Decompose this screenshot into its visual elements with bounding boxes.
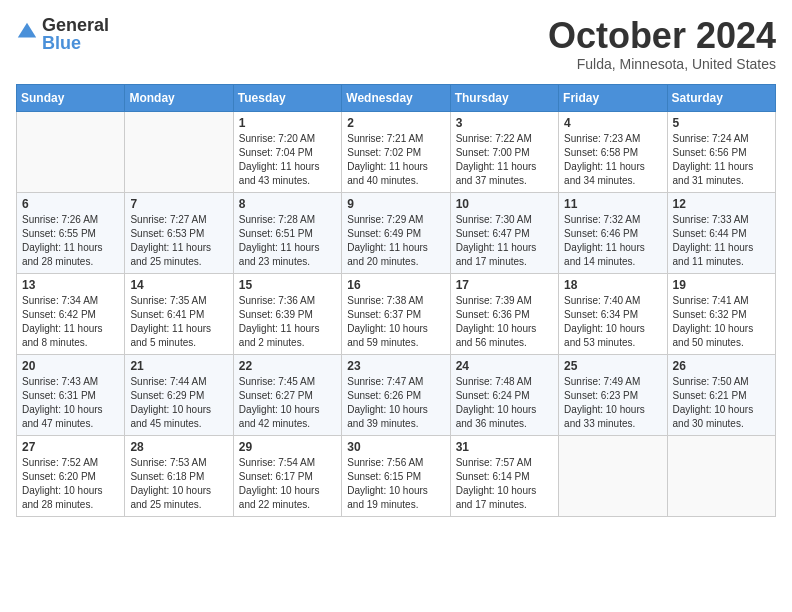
calendar-cell: 23Sunrise: 7:47 AMSunset: 6:26 PMDayligh… (342, 354, 450, 435)
day-info: Sunrise: 7:22 AMSunset: 7:00 PMDaylight:… (456, 132, 553, 188)
day-number: 7 (130, 197, 227, 211)
day-number: 26 (673, 359, 770, 373)
day-number: 14 (130, 278, 227, 292)
day-info: Sunrise: 7:21 AMSunset: 7:02 PMDaylight:… (347, 132, 444, 188)
calendar-cell: 16Sunrise: 7:38 AMSunset: 6:37 PMDayligh… (342, 273, 450, 354)
day-info: Sunrise: 7:49 AMSunset: 6:23 PMDaylight:… (564, 375, 661, 431)
calendar-week-row: 6Sunrise: 7:26 AMSunset: 6:55 PMDaylight… (17, 192, 776, 273)
calendar-table: SundayMondayTuesdayWednesdayThursdayFrid… (16, 84, 776, 517)
day-number: 23 (347, 359, 444, 373)
day-number: 21 (130, 359, 227, 373)
day-info: Sunrise: 7:44 AMSunset: 6:29 PMDaylight:… (130, 375, 227, 431)
day-number: 25 (564, 359, 661, 373)
day-info: Sunrise: 7:53 AMSunset: 6:18 PMDaylight:… (130, 456, 227, 512)
day-number: 6 (22, 197, 119, 211)
calendar-cell: 9Sunrise: 7:29 AMSunset: 6:49 PMDaylight… (342, 192, 450, 273)
day-header-wednesday: Wednesday (342, 84, 450, 111)
day-info: Sunrise: 7:35 AMSunset: 6:41 PMDaylight:… (130, 294, 227, 350)
calendar-cell: 29Sunrise: 7:54 AMSunset: 6:17 PMDayligh… (233, 435, 341, 516)
day-info: Sunrise: 7:32 AMSunset: 6:46 PMDaylight:… (564, 213, 661, 269)
title-block: October 2024 Fulda, Minnesota, United St… (548, 16, 776, 72)
calendar-cell: 30Sunrise: 7:56 AMSunset: 6:15 PMDayligh… (342, 435, 450, 516)
day-number: 30 (347, 440, 444, 454)
calendar-header-row: SundayMondayTuesdayWednesdayThursdayFrid… (17, 84, 776, 111)
day-header-monday: Monday (125, 84, 233, 111)
day-number: 1 (239, 116, 336, 130)
day-info: Sunrise: 7:33 AMSunset: 6:44 PMDaylight:… (673, 213, 770, 269)
day-number: 17 (456, 278, 553, 292)
calendar-cell: 1Sunrise: 7:20 AMSunset: 7:04 PMDaylight… (233, 111, 341, 192)
day-number: 29 (239, 440, 336, 454)
day-header-sunday: Sunday (17, 84, 125, 111)
day-number: 28 (130, 440, 227, 454)
day-info: Sunrise: 7:20 AMSunset: 7:04 PMDaylight:… (239, 132, 336, 188)
calendar-cell: 21Sunrise: 7:44 AMSunset: 6:29 PMDayligh… (125, 354, 233, 435)
day-info: Sunrise: 7:54 AMSunset: 6:17 PMDaylight:… (239, 456, 336, 512)
day-info: Sunrise: 7:45 AMSunset: 6:27 PMDaylight:… (239, 375, 336, 431)
calendar-cell: 19Sunrise: 7:41 AMSunset: 6:32 PMDayligh… (667, 273, 775, 354)
day-info: Sunrise: 7:48 AMSunset: 6:24 PMDaylight:… (456, 375, 553, 431)
day-number: 10 (456, 197, 553, 211)
calendar-week-row: 13Sunrise: 7:34 AMSunset: 6:42 PMDayligh… (17, 273, 776, 354)
calendar-cell: 12Sunrise: 7:33 AMSunset: 6:44 PMDayligh… (667, 192, 775, 273)
day-info: Sunrise: 7:47 AMSunset: 6:26 PMDaylight:… (347, 375, 444, 431)
day-number: 22 (239, 359, 336, 373)
calendar-cell: 17Sunrise: 7:39 AMSunset: 6:36 PMDayligh… (450, 273, 558, 354)
calendar-week-row: 20Sunrise: 7:43 AMSunset: 6:31 PMDayligh… (17, 354, 776, 435)
calendar-cell: 7Sunrise: 7:27 AMSunset: 6:53 PMDaylight… (125, 192, 233, 273)
calendar-cell: 22Sunrise: 7:45 AMSunset: 6:27 PMDayligh… (233, 354, 341, 435)
calendar-cell: 15Sunrise: 7:36 AMSunset: 6:39 PMDayligh… (233, 273, 341, 354)
calendar-cell: 5Sunrise: 7:24 AMSunset: 6:56 PMDaylight… (667, 111, 775, 192)
day-number: 18 (564, 278, 661, 292)
calendar-cell: 20Sunrise: 7:43 AMSunset: 6:31 PMDayligh… (17, 354, 125, 435)
day-number: 13 (22, 278, 119, 292)
day-header-friday: Friday (559, 84, 667, 111)
calendar-cell: 10Sunrise: 7:30 AMSunset: 6:47 PMDayligh… (450, 192, 558, 273)
logo-blue-text: Blue (42, 34, 109, 52)
day-number: 12 (673, 197, 770, 211)
calendar-cell: 2Sunrise: 7:21 AMSunset: 7:02 PMDaylight… (342, 111, 450, 192)
logo: General Blue (16, 16, 109, 52)
day-info: Sunrise: 7:40 AMSunset: 6:34 PMDaylight:… (564, 294, 661, 350)
day-info: Sunrise: 7:52 AMSunset: 6:20 PMDaylight:… (22, 456, 119, 512)
day-info: Sunrise: 7:27 AMSunset: 6:53 PMDaylight:… (130, 213, 227, 269)
day-info: Sunrise: 7:30 AMSunset: 6:47 PMDaylight:… (456, 213, 553, 269)
svg-marker-0 (18, 23, 36, 38)
day-header-tuesday: Tuesday (233, 84, 341, 111)
day-number: 16 (347, 278, 444, 292)
calendar-cell: 24Sunrise: 7:48 AMSunset: 6:24 PMDayligh… (450, 354, 558, 435)
day-number: 5 (673, 116, 770, 130)
day-info: Sunrise: 7:50 AMSunset: 6:21 PMDaylight:… (673, 375, 770, 431)
day-info: Sunrise: 7:29 AMSunset: 6:49 PMDaylight:… (347, 213, 444, 269)
day-number: 3 (456, 116, 553, 130)
day-number: 8 (239, 197, 336, 211)
day-info: Sunrise: 7:23 AMSunset: 6:58 PMDaylight:… (564, 132, 661, 188)
day-info: Sunrise: 7:38 AMSunset: 6:37 PMDaylight:… (347, 294, 444, 350)
day-header-saturday: Saturday (667, 84, 775, 111)
day-number: 24 (456, 359, 553, 373)
calendar-cell (17, 111, 125, 192)
day-info: Sunrise: 7:36 AMSunset: 6:39 PMDaylight:… (239, 294, 336, 350)
day-number: 11 (564, 197, 661, 211)
calendar-cell: 27Sunrise: 7:52 AMSunset: 6:20 PMDayligh… (17, 435, 125, 516)
calendar-week-row: 1Sunrise: 7:20 AMSunset: 7:04 PMDaylight… (17, 111, 776, 192)
day-info: Sunrise: 7:56 AMSunset: 6:15 PMDaylight:… (347, 456, 444, 512)
day-header-thursday: Thursday (450, 84, 558, 111)
calendar-cell: 28Sunrise: 7:53 AMSunset: 6:18 PMDayligh… (125, 435, 233, 516)
day-info: Sunrise: 7:34 AMSunset: 6:42 PMDaylight:… (22, 294, 119, 350)
calendar-cell: 3Sunrise: 7:22 AMSunset: 7:00 PMDaylight… (450, 111, 558, 192)
calendar-cell (125, 111, 233, 192)
day-info: Sunrise: 7:41 AMSunset: 6:32 PMDaylight:… (673, 294, 770, 350)
calendar-cell: 11Sunrise: 7:32 AMSunset: 6:46 PMDayligh… (559, 192, 667, 273)
calendar-cell: 26Sunrise: 7:50 AMSunset: 6:21 PMDayligh… (667, 354, 775, 435)
calendar-cell: 8Sunrise: 7:28 AMSunset: 6:51 PMDaylight… (233, 192, 341, 273)
calendar-cell: 31Sunrise: 7:57 AMSunset: 6:14 PMDayligh… (450, 435, 558, 516)
calendar-cell: 13Sunrise: 7:34 AMSunset: 6:42 PMDayligh… (17, 273, 125, 354)
day-info: Sunrise: 7:28 AMSunset: 6:51 PMDaylight:… (239, 213, 336, 269)
day-info: Sunrise: 7:26 AMSunset: 6:55 PMDaylight:… (22, 213, 119, 269)
day-number: 20 (22, 359, 119, 373)
day-number: 15 (239, 278, 336, 292)
day-info: Sunrise: 7:57 AMSunset: 6:14 PMDaylight:… (456, 456, 553, 512)
calendar-cell: 14Sunrise: 7:35 AMSunset: 6:41 PMDayligh… (125, 273, 233, 354)
day-number: 4 (564, 116, 661, 130)
